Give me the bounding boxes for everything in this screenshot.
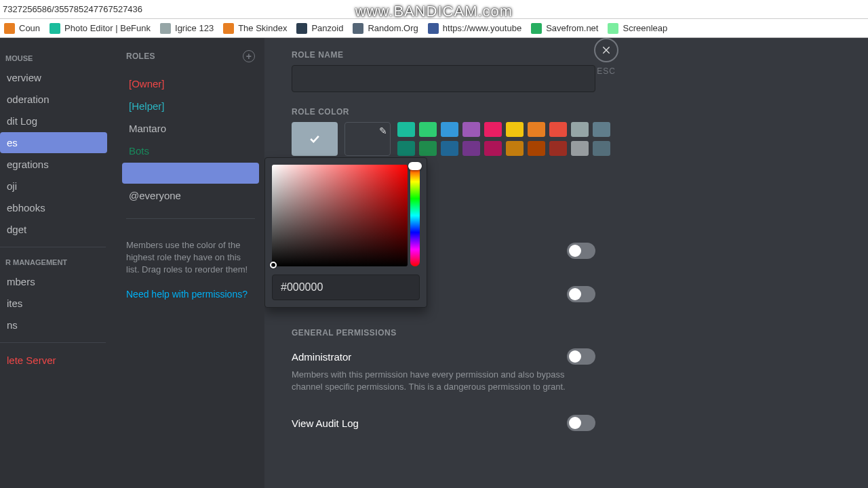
role-item[interactable]: Mantaro — [122, 118, 259, 139]
role-item[interactable]: [Owner] — [122, 73, 259, 94]
bookmark-favicon — [608, 23, 618, 34]
role-name-input[interactable] — [292, 65, 595, 92]
close-button[interactable] — [594, 38, 618, 62]
color-swatch[interactable] — [397, 122, 415, 137]
bookmark-label: The Skindex — [238, 23, 287, 33]
sidebar-item[interactable]: ites — [0, 293, 107, 314]
administrator-description: Members with this permission have every … — [292, 369, 570, 393]
role-item[interactable] — [122, 163, 259, 184]
sidebar-item[interactable]: oderation — [0, 89, 107, 110]
esc-label: ESC — [594, 66, 618, 76]
bookmark-favicon — [353, 23, 363, 34]
sidebar-item[interactable]: verview — [0, 67, 107, 88]
color-swatch[interactable] — [506, 122, 524, 137]
color-swatch[interactable] — [484, 122, 502, 137]
view-audit-log-row: View Audit Log — [292, 415, 595, 431]
hue-slider[interactable] — [410, 165, 420, 266]
bookmark-item[interactable]: The Skindex — [223, 23, 287, 34]
bookmark-label: Panzoid — [311, 23, 343, 33]
bookmark-item[interactable]: Random.Org — [353, 23, 418, 34]
bookmark-item[interactable]: Photo Editor | BeFunk — [50, 23, 151, 34]
bookmark-favicon — [531, 23, 542, 34]
sidebar-item[interactable]: ns — [0, 314, 107, 336]
bookmark-item[interactable]: Screenleap — [608, 23, 667, 34]
bookmark-label: Screenleap — [623, 23, 667, 33]
color-swatch[interactable] — [506, 141, 524, 156]
default-color-swatch[interactable] — [292, 122, 338, 156]
color-swatch[interactable] — [528, 141, 545, 156]
allow-mention-toggle[interactable] — [567, 286, 595, 302]
checkmark-icon — [308, 132, 321, 146]
sidebar-item[interactable]: oji — [0, 176, 107, 197]
hue-thumb[interactable] — [408, 162, 422, 170]
bookmark-favicon — [223, 23, 234, 34]
bookmark-label: Photo Editor | BeFunk — [64, 23, 151, 33]
bookmark-label: Coun — [19, 23, 40, 33]
bookmark-label: Savefrom.net — [546, 23, 598, 33]
roles-help-link[interactable]: Need help with permissions? — [126, 289, 255, 300]
sidebar-item[interactable]: es — [0, 132, 107, 153]
bookmark-item[interactable]: Igrice 123 — [160, 23, 214, 34]
server-settings-sidebar: MOUSE verviewoderationdit Logesegrations… — [0, 38, 117, 488]
sidebar-item[interactable]: dit Log — [0, 110, 107, 131]
view-audit-log-toggle[interactable] — [567, 415, 595, 431]
bookmark-item[interactable]: https://www.youtube — [428, 23, 521, 34]
sidebar-item-delete-server[interactable]: lete Server — [0, 350, 107, 371]
saturation-field[interactable] — [272, 165, 408, 266]
bandicam-watermark: www.BANDICAM.com — [355, 3, 513, 20]
custom-color-swatch[interactable]: ✎ — [344, 122, 391, 156]
color-swatch[interactable] — [419, 141, 437, 156]
role-item[interactable]: [Helper] — [122, 96, 259, 117]
roles-heading: ROLES — [126, 52, 155, 61]
administrator-toggle[interactable] — [567, 348, 595, 365]
close-icon — [601, 45, 612, 56]
color-swatch[interactable] — [397, 141, 415, 156]
color-swatch[interactable] — [571, 122, 589, 137]
view-audit-log-label: View Audit Log — [292, 418, 359, 429]
role-editor-content: ROLE NAME ROLE COLOR ✎ rom online mem — [264, 38, 868, 488]
role-item[interactable]: @everyone — [122, 185, 259, 206]
close-settings: ESC — [594, 38, 618, 76]
hex-input[interactable] — [272, 274, 420, 300]
color-swatch[interactable] — [484, 141, 502, 156]
browser-bookmarks-bar: CounPhoto Editor | BeFunkIgrice 123The S… — [0, 19, 868, 38]
color-swatch[interactable] — [593, 122, 610, 137]
preset-colors-grid — [397, 122, 610, 156]
role-name-label: ROLE NAME — [292, 50, 841, 60]
color-swatch[interactable] — [441, 141, 458, 156]
sidebar-item[interactable]: ebhooks — [0, 197, 107, 218]
sidebar-separator — [0, 342, 106, 343]
bookmark-favicon — [296, 23, 307, 34]
general-permissions-heading: GENERAL PERMISSIONS — [292, 328, 841, 338]
color-picker-popup — [264, 157, 427, 308]
role-color-label: ROLE COLOR — [292, 107, 841, 117]
bookmark-favicon — [50, 23, 60, 34]
color-swatch[interactable] — [462, 141, 480, 156]
bookmark-favicon — [160, 23, 171, 34]
bookmark-label: https://www.youtube — [443, 23, 521, 33]
saturation-cursor[interactable] — [270, 262, 277, 268]
sidebar-item[interactable]: egrations — [0, 154, 107, 175]
roles-list-column: ROLES + [Owner][Helper]MantaroBots @ever… — [117, 38, 264, 488]
color-swatch[interactable] — [571, 141, 589, 156]
roles-hint: Members use the color of the highest rol… — [126, 239, 255, 277]
bookmark-label: Igrice 123 — [175, 23, 214, 33]
display-separately-toggle[interactable] — [567, 243, 595, 259]
color-swatch[interactable] — [528, 122, 545, 137]
sidebar-category: R MANAGEMENT — [0, 254, 111, 270]
bookmark-item[interactable]: Panzoid — [296, 23, 343, 34]
color-swatch[interactable] — [549, 141, 567, 156]
color-swatch[interactable] — [462, 122, 480, 137]
role-item[interactable]: Bots — [122, 140, 259, 161]
sidebar-item[interactable]: dget — [0, 219, 107, 240]
add-role-button[interactable]: + — [243, 50, 255, 62]
bookmark-item[interactable]: Coun — [4, 23, 40, 34]
color-swatch[interactable] — [419, 122, 437, 137]
color-swatch[interactable] — [441, 122, 458, 137]
color-swatch[interactable] — [549, 122, 567, 137]
bookmark-favicon — [4, 23, 15, 34]
roles-divider — [126, 218, 255, 219]
sidebar-item[interactable]: mbers — [0, 271, 107, 292]
bookmark-item[interactable]: Savefrom.net — [531, 23, 598, 34]
color-swatch[interactable] — [593, 141, 610, 156]
